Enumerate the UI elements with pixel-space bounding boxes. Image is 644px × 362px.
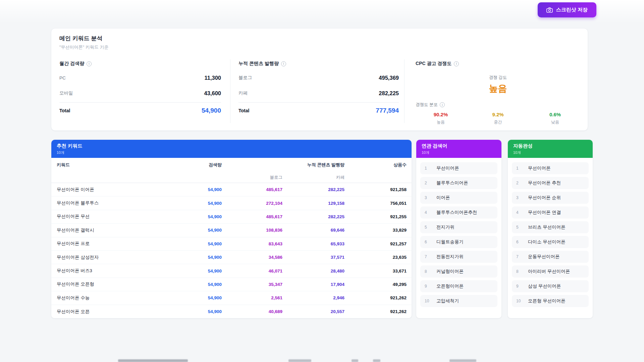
product-count-cell: 921,262 xyxy=(344,309,407,314)
cafe-count-cell: 37,571 xyxy=(282,255,344,260)
content-volume-section: 누적 콘텐츠 발행량 블로그 495,369 카페 282,225 Total … xyxy=(238,61,399,117)
recommended-keywords-header: 추천 키워드 10개 xyxy=(51,140,412,158)
table-row: 무선이어폰 갤럭시 54,900 108,836 69,646 33,829 xyxy=(51,224,412,237)
rank-number: 1 xyxy=(516,166,523,171)
list-item[interactable]: 10 오픈형 무선이어폰 xyxy=(512,295,589,307)
keyword-cell: 무선이어폰 오픈 xyxy=(57,309,183,315)
keyword-label: 무선이어폰 연결 xyxy=(528,209,561,216)
search-volume-cell: 54,900 xyxy=(183,309,222,314)
list-item[interactable]: 2 블루투스이어폰 xyxy=(420,177,497,189)
blog-count-cell: 34,586 xyxy=(222,255,282,260)
competition-strength-label: 경쟁 강도 xyxy=(416,75,580,80)
keyword-cell: 무선이어폰 갤럭시 xyxy=(57,227,183,233)
table-row: 무선이어폰 무선 54,900 485,617 282,225 921,255 xyxy=(51,210,412,224)
keyword-cell: 무선이어폰 수능 xyxy=(57,295,183,301)
list-item[interactable]: 2 무선이어폰 추천 xyxy=(512,177,589,189)
total-label: Total xyxy=(59,108,70,113)
rank-number: 6 xyxy=(516,240,523,244)
rank-number: 9 xyxy=(516,284,523,289)
table-row: 무선이어폰 오픈 54,900 40,689 20,557 921,262 xyxy=(51,305,412,318)
keyword-label: 아이리버 무선이어폰 xyxy=(528,268,570,275)
info-icon[interactable] xyxy=(281,61,286,66)
search-volume-cell: 54,900 xyxy=(183,268,222,274)
list-item[interactable]: 4 블루투스이어폰추천 xyxy=(420,206,497,219)
keyword-label: 삼성 무선이어폰 xyxy=(528,283,561,289)
col-header-search-volume: 검색량 xyxy=(183,162,222,168)
autocomplete-card: 자동완성 10개 1 무선이어폰 2 무선이어폰 추천 3 무선이어폰 순위 4… xyxy=(507,139,593,318)
main-keyword-analysis-card: 메인 키워드 분석 "무선이어폰" 키워드 기준 월간 검색량 PC 11,30… xyxy=(51,28,588,131)
dist-stat-low: 0.6% 낮음 xyxy=(533,112,577,125)
page-title: 메인 키워드 분석 xyxy=(59,35,102,42)
dist-stat-label: 높음 xyxy=(419,119,463,125)
list-item[interactable]: 5 전지가위 xyxy=(420,221,497,233)
table-header: 키워드 검색량 누적 콘텐츠 발행량 상품수 블로그 카페 xyxy=(51,158,412,183)
rank-number: 3 xyxy=(425,195,431,200)
list-item[interactable]: 9 오픈형이어폰 xyxy=(420,280,497,292)
competition-distribution: 90.2% 높음 9.2% 중간 0.6% 낮음 xyxy=(416,112,580,125)
list-item[interactable]: 4 무선이어폰 연결 xyxy=(512,206,589,219)
total-label: Total xyxy=(238,108,249,113)
column-divider xyxy=(230,59,230,123)
cafe-count-cell: 2,946 xyxy=(282,295,344,300)
stat-row: 카페 282,225 xyxy=(238,87,399,99)
list-item[interactable]: 8 커널형이어폰 xyxy=(420,265,497,278)
cafe-count-cell: 20,557 xyxy=(282,309,344,314)
stat-value: 43,600 xyxy=(204,90,221,97)
keyword-cell: 무선이어폰 블루투스 xyxy=(57,200,183,206)
panel-count-badge: 10개 xyxy=(57,150,406,155)
list-item[interactable]: 7 전동전지가위 xyxy=(420,251,497,263)
info-icon[interactable] xyxy=(440,102,445,107)
distribution-label: 경쟁도 분포 xyxy=(416,102,438,108)
list-item[interactable]: 3 무선이어폰 순위 xyxy=(512,192,589,204)
panel-title: 자동완성 xyxy=(513,143,587,149)
cutoff-text xyxy=(449,359,476,362)
dist-stat-mid: 9.2% 중간 xyxy=(476,112,520,125)
product-count-cell: 921,262 xyxy=(344,295,407,300)
list-item[interactable]: 10 고압세척기 xyxy=(420,295,497,307)
panel-title: 연관 검색어 xyxy=(422,143,496,149)
page-subtitle: "무선이어폰" 키워드 기준 xyxy=(59,44,108,50)
list-item[interactable]: 8 아이리버 무선이어폰 xyxy=(512,265,589,278)
rank-number: 5 xyxy=(425,225,431,230)
cafe-count-cell: 282,225 xyxy=(282,214,344,219)
keyword-label: 전동전지가위 xyxy=(436,254,464,260)
search-volume-cell: 54,900 xyxy=(183,228,222,233)
rank-number: 10 xyxy=(516,299,523,303)
cutoff-text xyxy=(118,359,188,362)
list-item[interactable]: 6 디월트송풍기 xyxy=(420,236,497,248)
keyword-label: 무선이어폰 추천 xyxy=(528,180,561,186)
rank-number: 4 xyxy=(516,210,523,215)
list-item[interactable]: 5 브리츠 무선이어폰 xyxy=(512,221,589,233)
rank-number: 8 xyxy=(425,269,431,274)
col-subheader-cafe: 카페 xyxy=(282,175,344,180)
keyword-cell: 무선이어폰 삼성전자 xyxy=(57,254,183,260)
total-value: 54,900 xyxy=(202,107,221,114)
list-item[interactable]: 9 삼성 무선이어폰 xyxy=(512,280,589,292)
list-item[interactable]: 7 운동무선이어폰 xyxy=(512,251,589,263)
rank-number: 6 xyxy=(425,240,431,244)
list-item[interactable]: 1 무선이어폰 xyxy=(512,162,589,174)
keyword-label: 디월트송풍기 xyxy=(436,239,464,245)
list-item[interactable]: 1 무선이어폰 xyxy=(420,162,497,174)
keyword-label: 블루투스이어폰추천 xyxy=(436,209,477,216)
info-icon[interactable] xyxy=(454,61,459,66)
col-header-products: 상품수 xyxy=(344,162,407,168)
cafe-count-cell: 282,225 xyxy=(282,187,344,192)
keyword-label: 무선이어폰 xyxy=(436,165,459,171)
rank-number: 1 xyxy=(425,166,431,171)
cutoff-text xyxy=(352,359,358,362)
screenshot-save-button[interactable]: 스크린샷 저장 xyxy=(538,2,596,17)
list-item[interactable]: 6 다이소 무선이어폰 xyxy=(512,236,589,248)
table-row: 무선이어폰 오픈형 54,900 35,347 17,904 49,295 xyxy=(51,278,412,291)
info-icon[interactable] xyxy=(87,61,92,66)
col-header-keyword: 키워드 xyxy=(57,162,183,168)
related-searches-card: 연관 검색어 10개 1 무선이어폰 2 블루투스이어폰 3 이어폰 4 블루투… xyxy=(416,139,502,318)
stat-label: 카페 xyxy=(238,90,248,96)
stat-row: 모바일 43,600 xyxy=(59,87,221,99)
list-item[interactable]: 3 이어폰 xyxy=(420,192,497,204)
screenshot-save-label: 스크린샷 저장 xyxy=(556,7,588,13)
stat-label: PC xyxy=(59,75,66,80)
rank-number: 7 xyxy=(425,254,431,259)
camera-icon xyxy=(546,7,553,13)
search-volume-cell: 54,900 xyxy=(183,295,222,300)
